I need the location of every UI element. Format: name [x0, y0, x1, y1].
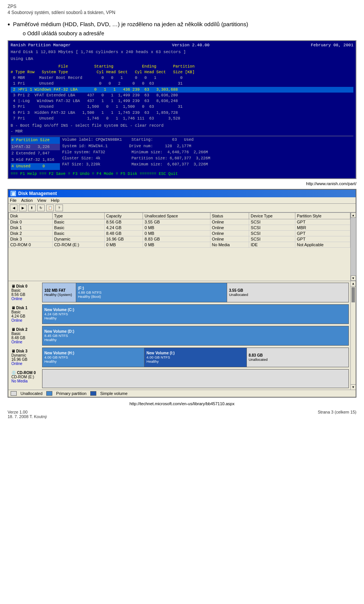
ranish-version: Version 2.40.00 [172, 42, 210, 49]
disk-partition[interactable]: New Volume (D:)8.45 GB NTFSHealthy [42, 326, 348, 345]
toolbar-refresh-btn[interactable]: ↻ [37, 204, 45, 211]
disk-status: Online [11, 297, 41, 301]
disk-type: CD-ROM (E:) [11, 375, 41, 379]
col-disk: Disk [9, 212, 53, 219]
disk-visual-row: 🖥 Disk 2 Basic 8.48 GB Online New Volume… [10, 326, 349, 346]
partition-detail: 4.00 GB NTFS [146, 355, 170, 359]
disk-name: 🖥 Disk 3 [11, 349, 41, 353]
legend-unalloc-box [11, 391, 17, 396]
table-cell: SCSI [249, 225, 295, 230]
page-footer: Verze 1.00 18. 7. 2008 T. Koutný Strana … [8, 410, 356, 419]
toolbar-forward-btn[interactable]: ▶ [19, 204, 27, 211]
table-cell: 16.96 GB [104, 236, 143, 242]
disk-mgmt-menubar[interactable]: File Action View Help [8, 197, 356, 204]
table-scrollbar[interactable]: ▲ ▼ [350, 212, 356, 281]
disk-label: 🖥 Disk 2 Basic 8.48 GB Online [10, 326, 42, 346]
table-cell: 3.55 GB [143, 219, 210, 225]
ranish-col2: # Type Row System Type Cyl Head Sect Cyl… [11, 70, 195, 74]
table-cell: MBR [295, 225, 350, 230]
table-cell: 0 MB [143, 225, 210, 230]
table-cell: 8.56 GB [104, 219, 143, 225]
menu-help[interactable]: Help [51, 198, 60, 203]
disk-label: 🖥 Disk 3 Dynamic 16.96 GB Online [10, 348, 42, 367]
disk-partitions: New Volume (D:)8.45 GB NTFSHealthy [42, 326, 349, 346]
partition-detail: Healthy [44, 316, 56, 320]
disk-table: Disk Type Capacity Unallocated Space Sta… [8, 212, 350, 248]
table-cell: 0 MB [143, 242, 210, 247]
table-cell: Online [210, 219, 249, 225]
table-cell: CD-ROM 0 [9, 242, 53, 247]
partition-name: New Volume (D:) [44, 329, 74, 333]
table-cell: 0 MB [104, 242, 143, 247]
partition-name: 3.55 GB [229, 288, 243, 293]
visual-scrollbar[interactable]: ▲ ▼ [350, 281, 356, 390]
disk-type: Dynamic [11, 353, 41, 357]
table-row: Disk 2Basic8.48 GB0 MBOnlineSCSIGPT [9, 230, 350, 236]
menu-file[interactable]: File [10, 198, 17, 203]
disk-mgmt-table-area: Disk Type Capacity Unallocated Space Sta… [8, 212, 356, 281]
partition-name: New Volume (I:) [146, 351, 174, 355]
col-capacity: Capacity [104, 212, 143, 219]
toolbar-properties-btn[interactable]: 📋 [46, 204, 54, 211]
disk-partition[interactable]: (F:)4.88 GB NTFSHealthy (Boot) [76, 283, 228, 302]
ranish-status-bar: === F1 Help === F2 Save = F3 Undo = F4 M… [11, 171, 353, 177]
disk-legend: Unallocated Primary partition Simple vol… [8, 390, 356, 397]
partition-detail: Unallocated [229, 293, 248, 297]
visual-scroll-down[interactable]: ▼ [351, 384, 356, 390]
table-cell: Online [210, 230, 249, 236]
col-device: Device Type [249, 212, 295, 219]
ranish-lba: Using LBA [11, 56, 353, 62]
partition-detail: Healthy [44, 338, 56, 342]
disk-visual-row: 🖥 Disk 3 Dynamic 16.96 GB Online New Vol… [10, 348, 349, 367]
table-cell: Basic [52, 219, 104, 225]
col-status: Status [210, 212, 249, 219]
table-cell: Basic [52, 225, 104, 230]
disk-partition[interactable]: 8.83 GBUnallocated [247, 348, 348, 367]
partition-detail: 4.00 GB NTFS [44, 355, 68, 359]
table-row: 5 Pri Unused 1,500 0 1 1,500 0 63 31 [11, 104, 353, 110]
table-cell: GPT [295, 219, 350, 225]
table-row: 4 |-Log Windows FAT-32 LBA 437 1 1 1,499… [11, 98, 353, 104]
menu-action[interactable]: Action [21, 198, 33, 203]
col-partition: Partition Style [295, 212, 350, 219]
ranish-col1: File Starting Ending Partition [11, 64, 195, 69]
disk-type: Basic [11, 332, 41, 336]
disk-label: 🖥 Disk 0 Basic 8.56 GB Online [10, 283, 42, 302]
legend-unalloc-label: Unallocated [20, 391, 42, 396]
partition-detail: 4.88 GB NTFS [78, 290, 102, 294]
disk-partition[interactable]: New Volume (C:)4.24 GB NTFSHealthy [42, 305, 348, 324]
bullet-icon: • [8, 21, 10, 29]
table-cell: CD-ROM (E:) [52, 242, 104, 247]
disk-visual-row: 🖥 Disk 1 Basic 4.24 GB Online New Volume… [10, 304, 349, 324]
toolbar-up-btn[interactable]: ⬆ [28, 204, 36, 211]
scroll-up-btn[interactable]: ▲ [351, 212, 356, 218]
partition-name: 102 MB FAT [44, 288, 66, 293]
ranish-footer-hint: B - Boot flag on/off INS - select file s… [11, 123, 353, 129]
ranish-mbr: - MBR [11, 129, 353, 134]
disk-management-window: 🖥 Disk Management File Action View Help … [8, 189, 356, 398]
menu-view[interactable]: View [37, 198, 46, 203]
legend-simple-label: Simple volume [100, 391, 127, 396]
table-cell: IDE [249, 242, 295, 247]
disk-partition[interactable]: 102 MB FATHealthy (System) [42, 283, 76, 302]
disk-status: Online [11, 340, 41, 344]
disk-mgmt-title: Disk Management [18, 191, 57, 196]
toolbar-back-btn[interactable]: ◀ [10, 204, 17, 211]
disk-partition[interactable]: New Volume (I:)4.00 GB NTFSHealthy [144, 348, 246, 367]
disk-visual-row: 🖥 Disk 0 Basic 8.56 GB Online 102 MB FAT… [10, 283, 349, 302]
ranish-diskinfo: Hard Disk 1 12,893 Mbytes [ 1,746 cylind… [11, 49, 353, 55]
ranish-partition-list: # Partition Size 1>FAT-32 3,226 2 Extend… [11, 137, 60, 170]
disk-partition[interactable]: New Volume (H:)4.00 GB NTFSHealthy [42, 348, 144, 367]
scroll-down-btn[interactable]: ▼ [351, 275, 356, 281]
table-cell: Not Applicable [295, 242, 350, 247]
partition-detail: Healthy [44, 359, 56, 363]
table-row: Disk 1Basic4.24 GB0 MBOnlineSCSIMBR [9, 225, 350, 230]
table-cell: GPT [295, 236, 350, 242]
disk-visual-row: 💿 CD-ROM 0 CD-ROM (E:) No Media [10, 369, 349, 388]
disk-name: 🖥 Disk 2 [11, 327, 41, 332]
disk-partition[interactable]: 3.55 GBUnallocated [227, 283, 348, 302]
toolbar-help-btn[interactable]: ? [55, 204, 63, 211]
visual-scroll-up[interactable]: ▲ [351, 281, 356, 286]
legend-simple-box [90, 391, 96, 396]
legend-primary-label: Primary partition [56, 391, 86, 396]
